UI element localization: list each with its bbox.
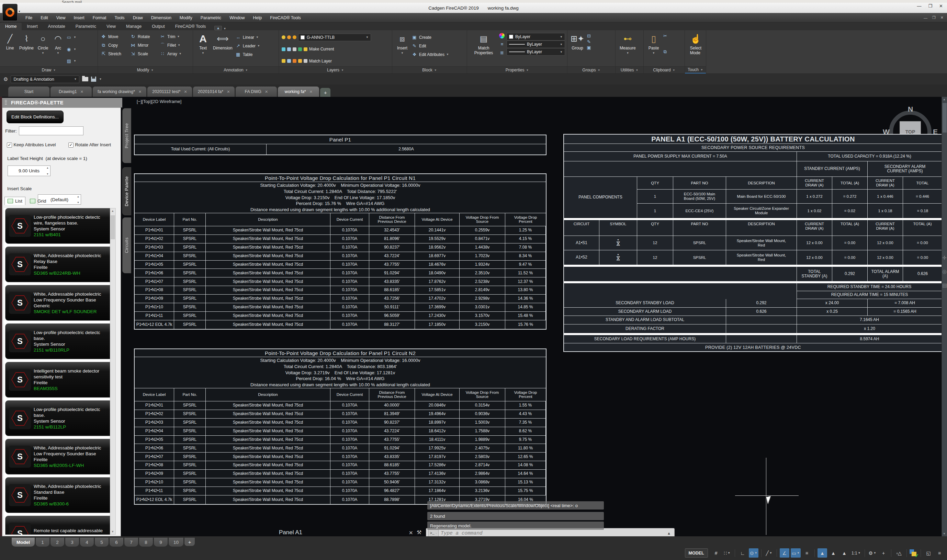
app-logo[interactable] — [2, 4, 17, 21]
modify-move-button[interactable]: ✥Move — [101, 32, 129, 41]
grid-display-icon[interactable]: # — [711, 548, 721, 558]
ungroup-icon[interactable]: ⊟ — [586, 33, 592, 39]
layer-tool-icon[interactable] — [303, 59, 307, 63]
layer-tool-icon[interactable] — [282, 59, 285, 63]
revcloud-tool[interactable]: ◉▼ — [66, 45, 76, 54]
modify-rotate-button[interactable]: ↻Rotate — [130, 32, 159, 41]
tab-close-icon[interactable]: ✕ — [139, 89, 142, 94]
device-list-item[interactable]: SWhite, Addressable photoelectricLow Fre… — [5, 285, 114, 321]
panel-footer-touch[interactable]: Touch▼ — [685, 66, 706, 74]
tab-close-icon[interactable]: ✕ — [227, 89, 230, 94]
rotate-after-insert-checkbox[interactable]: ✓ Rotate After Insert — [68, 142, 111, 148]
layer-tool-icon[interactable] — [282, 48, 285, 51]
ribbon-tab-insert[interactable]: Insert — [22, 23, 43, 30]
navbar-list-icon[interactable]: ▤ — [942, 282, 947, 288]
layer-tool-icon[interactable] — [298, 48, 302, 51]
modify-scale-button[interactable]: ⇲Scale — [130, 49, 159, 58]
rectangle-tool[interactable]: ▭▼ — [66, 33, 76, 42]
menu-item-window[interactable]: Window — [225, 13, 249, 22]
group-select-icon[interactable]: ▣ — [586, 45, 592, 51]
device-list-item[interactable]: SIntelligent beam smoke detectorsensitiv… — [5, 362, 114, 398]
modify-fillet-button[interactable]: ⌒Fillet▼ — [160, 41, 191, 49]
select-mode-button[interactable]: ☝Select Mode — [688, 32, 704, 56]
modify-trim-button[interactable]: ✂Trim▼ — [160, 32, 191, 41]
keep-attributes-checkbox[interactable]: ✓ Keep Attributes Level — [7, 142, 55, 148]
command-input[interactable]: Type a command — [441, 531, 665, 536]
lineweight-display-icon[interactable]: ≡ — [802, 548, 811, 558]
hatch-tool[interactable]: ▨▼ — [66, 57, 76, 65]
layout-tab-6[interactable]: 6 — [109, 538, 123, 547]
device-list-item[interactable]: SWhite, Addressable photoelectricLow Fre… — [5, 439, 114, 474]
make-current-row[interactable]: Make Current — [282, 45, 390, 54]
panel-footer-utilities[interactable]: Utilities▼ — [616, 66, 644, 74]
linetype-icon[interactable]: ≣ — [499, 50, 505, 55]
document-tab-working-fa-[interactable]: working fa*✕ — [278, 86, 319, 97]
polar-tracking-icon[interactable]: ⊙▼ — [749, 548, 758, 558]
layer-tool-icon[interactable] — [303, 48, 307, 51]
layout-tab-9[interactable]: 9 — [154, 538, 168, 547]
lock-icon[interactable] — [293, 35, 296, 39]
viewport-controls-label[interactable]: [−][Top][2D Wireframe] — [137, 99, 182, 104]
object-snap-icon[interactable]: ▭▼ — [791, 548, 801, 558]
tab-close-icon[interactable]: ✕ — [184, 89, 187, 94]
viewcube-north[interactable]: N — [908, 105, 913, 113]
snap-mode-icon[interactable]: ∷▼ — [722, 548, 732, 558]
navbar-pan-icon[interactable]: ✛ — [942, 255, 947, 261]
draw-polyline-button[interactable]: ⌇Polyline — [18, 32, 35, 66]
mdi-window-controls[interactable]: —❐✕ — [924, 13, 944, 22]
edit-block-definitions-button[interactable]: Edit Block Definitions... — [6, 111, 63, 123]
annotation-text-button[interactable]: AText▼ — [196, 32, 210, 59]
new-layout-button[interactable]: + — [185, 538, 195, 546]
layout-tab-1[interactable]: 1 — [36, 538, 49, 547]
app-menu-caret-icon[interactable]: ▾ — [18, 9, 20, 13]
group-button[interactable]: ⊞✦Group — [570, 32, 585, 51]
menu-item-parametric[interactable]: Parametric — [197, 13, 225, 22]
group-edit-icon[interactable]: ✎ — [586, 39, 592, 45]
menu-item-draw[interactable]: Draw — [129, 13, 147, 22]
annotation-scale-icon[interactable]: ▲ — [839, 548, 849, 558]
status-menu-icon[interactable]: ≡ — [935, 548, 944, 558]
layer-tool-icon[interactable] — [287, 59, 291, 63]
canvas-vertical-scrollbar[interactable]: ▲ ▼ — [941, 97, 947, 536]
menu-item-insert[interactable]: Insert — [70, 13, 89, 22]
tab-close-icon[interactable]: ✕ — [265, 89, 268, 94]
ribbon-tab-view[interactable]: View — [101, 23, 121, 30]
panel-footer-layers[interactable]: Layers▼ — [279, 66, 392, 74]
panel-footer-draw[interactable]: Draw▼ — [0, 66, 97, 74]
layout-tab-4[interactable]: 4 — [80, 538, 94, 547]
device-list-item[interactable]: SWhite, Addressable photoelectricStandar… — [5, 477, 114, 513]
navbar-orbit-icon[interactable]: ◎ — [942, 269, 947, 275]
clean-screen-icon[interactable]: ◱ — [924, 548, 933, 558]
draw-line-button[interactable]: ╱Line — [3, 32, 17, 66]
block-edit-button[interactable]: ✎Edit — [411, 42, 449, 50]
panel-footer-clipboard[interactable]: Clipboard▼ — [644, 66, 685, 74]
layer-tool-icon[interactable] — [287, 48, 291, 51]
menu-item-firecad-tools[interactable]: FireCAD® Tools — [266, 13, 305, 22]
workspace-switching-icon[interactable]: ⚙▼ — [868, 548, 877, 558]
menu-item-view[interactable]: View — [52, 13, 70, 22]
modify-mirror-button[interactable]: ⋈Mirror — [130, 41, 159, 49]
menu-item-format[interactable]: Format — [89, 13, 111, 22]
block-insert-button[interactable]: ⧈Insert▼ — [395, 32, 410, 59]
command-tools-icon[interactable]: ⚒ — [417, 529, 422, 535]
layout-tab-7[interactable]: 7 — [124, 538, 138, 547]
maximize-icon[interactable]: ❐ — [928, 3, 932, 9]
device-list-item[interactable]: SLow-profile photoelectric detectcwire, … — [5, 208, 114, 244]
side-tab-device-palette[interactable]: Device Palette — [122, 167, 131, 215]
tab-list[interactable]: List — [5, 197, 25, 205]
circuit-n2-table[interactable]: Point-To-Point Voltage Drop Calculation … — [134, 349, 547, 505]
draw-circle-button[interactable]: ○Circle▼ — [36, 32, 50, 66]
panel-footer-properties[interactable]: Properties▼ — [467, 66, 567, 74]
document-tab-fa-working-drawing-[interactable]: fa working drawing*✕ — [93, 86, 146, 97]
bylayer-select-1[interactable]: ByLayer▼ — [507, 33, 565, 40]
layout-tab-8[interactable]: 8 — [139, 538, 153, 547]
panel-footer-block[interactable]: Block▼ — [392, 66, 467, 74]
workspace-select[interactable]: Drafting & Annotation▼ — [11, 75, 79, 83]
paste-button[interactable]: ▯Paste▼ — [647, 32, 661, 55]
device-list-item[interactable]: SLow-profile photoelectric detectcbase.S… — [5, 323, 114, 359]
color-wheel-icon[interactable] — [499, 33, 505, 38]
layer-tool-icon[interactable] — [298, 59, 302, 63]
ribbon-tab-annotate[interactable]: Annotate — [43, 23, 71, 30]
ribbon-tab-home[interactable]: Home — [0, 23, 22, 30]
scrollbar-thumb[interactable] — [942, 103, 947, 132]
